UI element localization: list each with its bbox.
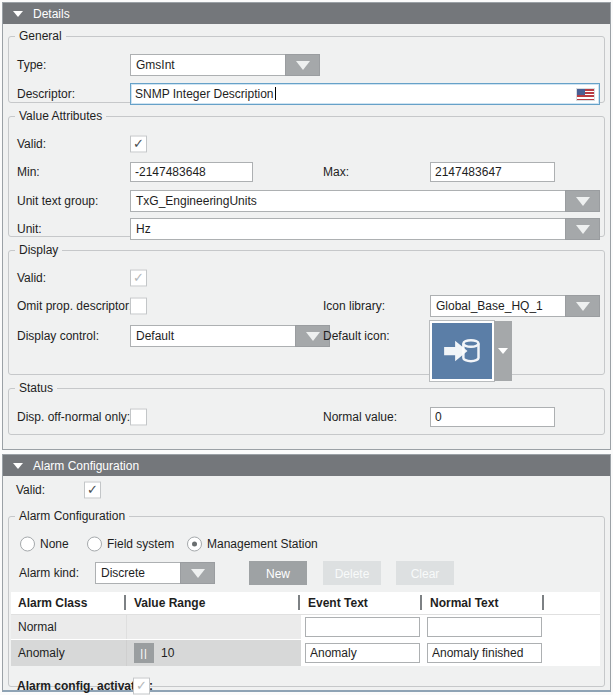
chevron-down-icon[interactable] <box>180 562 215 584</box>
alarm-config-activated-checkbox: ✓ <box>133 678 150 695</box>
display-group: Display Valid: ✓ Omit prop. descriptor: … <box>8 243 605 375</box>
alarm-valid-checkbox[interactable]: ✓ <box>84 482 101 499</box>
icon-library-dropdown[interactable]: Global_Base_HQ_1 <box>430 295 600 317</box>
default-icon-label: Default icon: <box>323 329 390 343</box>
disp-offnormal-checkbox[interactable]: ✓ <box>130 409 147 426</box>
column-header-empty <box>545 592 600 614</box>
radio-none-label: None <box>40 537 69 551</box>
radio-field-system[interactable] <box>87 537 102 552</box>
unit-dropdown[interactable]: Hz <box>130 218 600 240</box>
chevron-down-icon[interactable] <box>285 54 320 76</box>
normal-value-label: Normal value: <box>323 410 397 424</box>
descriptor-label: Descriptor: <box>17 87 75 101</box>
descriptor-value: SNMP Integer Description <box>135 87 274 101</box>
min-input[interactable] <box>130 162 253 182</box>
valid-label: Valid: <box>17 271 46 285</box>
normal-text-input[interactable] <box>427 643 542 663</box>
icon-library-label: Icon library: <box>323 299 385 313</box>
details-panel: Details General Type: GmsInt Descriptor:… <box>2 2 611 450</box>
unit-value: Hz <box>130 218 565 240</box>
normal-text-cell <box>423 615 545 639</box>
valid-checkbox[interactable]: ✓ <box>130 136 147 153</box>
event-text-cell <box>301 615 423 639</box>
normal-value-input[interactable] <box>430 407 555 427</box>
chevron-down-icon[interactable] <box>565 218 600 240</box>
display-control-dropdown[interactable]: Default <box>130 325 330 347</box>
max-label: Max: <box>323 165 349 179</box>
alarm-class-cell[interactable]: Normal <box>11 615 127 639</box>
type-label: Type: <box>17 58 46 72</box>
new-button[interactable]: New <box>249 561 307 585</box>
unit-label: Unit: <box>17 222 42 236</box>
column-header-event-text[interactable]: Event Text <box>301 592 423 614</box>
chevron-down-icon <box>498 348 508 354</box>
unit-text-group-label: Unit text group: <box>17 194 98 208</box>
alarm-configuration-header[interactable]: Alarm Configuration <box>3 455 610 476</box>
unit-text-group-dropdown[interactable]: TxG_EngineeringUnits <box>130 190 600 212</box>
max-input[interactable] <box>430 162 555 182</box>
radio-circle-icon <box>87 537 102 552</box>
value-attributes-legend: Value Attributes <box>15 109 106 123</box>
general-legend: General <box>15 29 66 43</box>
column-header-value-range[interactable]: Value Range <box>127 592 301 614</box>
general-group: General Type: GmsInt Descriptor: SNMP In… <box>8 29 605 103</box>
column-header-normal-text[interactable]: Normal Text <box>423 592 545 614</box>
event-text-input[interactable] <box>305 643 420 663</box>
min-label: Min: <box>17 165 40 179</box>
default-icon-picker[interactable] <box>430 321 512 381</box>
unit-text-group-value: TxG_EngineeringUnits <box>130 190 565 212</box>
descriptor-input[interactable]: SNMP Integer Description <box>130 83 600 105</box>
column-header-alarm-class[interactable]: Alarm Class <box>11 592 127 614</box>
value-range-cell[interactable]: || 10 <box>127 640 301 666</box>
table-row[interactable]: Anomaly || 10 <box>11 640 600 666</box>
collapse-triangle-icon <box>13 463 23 469</box>
alarm-table-header-row: Alarm Class Value Range Event Text Norma… <box>11 592 600 615</box>
event-text-cell <box>301 640 423 666</box>
radio-management-station-label: Management Station <box>207 537 318 551</box>
icon-library-value: Global_Base_HQ_1 <box>430 295 565 317</box>
alarm-class-cell[interactable]: Anomaly <box>11 640 127 666</box>
disp-offnormal-label: Disp. off-normal only: <box>17 410 130 424</box>
normal-text-cell <box>423 640 545 666</box>
chevron-down-icon[interactable] <box>565 295 600 317</box>
alarm-kind-dropdown[interactable]: Discrete <box>95 562 215 584</box>
radio-management-station[interactable] <box>187 537 202 552</box>
event-text-input[interactable] <box>305 617 420 637</box>
collapse-triangle-icon <box>13 11 23 17</box>
empty-cell <box>545 615 600 639</box>
clear-button: Clear <box>396 561 454 585</box>
radio-circle-icon <box>20 537 35 552</box>
alarm-table: Alarm Class Value Range Event Text Norma… <box>11 592 600 666</box>
delete-button: Delete <box>323 561 381 585</box>
status-legend: Status <box>15 381 57 395</box>
database-arrow-icon <box>430 321 494 381</box>
value-range-operator-button[interactable]: || <box>134 643 154 663</box>
omit-prop-descriptor-checkbox[interactable]: ✓ <box>130 298 147 315</box>
status-group: Status Disp. off-normal only: ✓ Normal v… <box>8 381 605 435</box>
empty-cell <box>545 640 600 666</box>
text-caret <box>275 87 276 100</box>
alarm-valid-label: Valid: <box>16 483 45 497</box>
alarm-configuration-group: Alarm Configuration None Field system Ma… <box>8 509 605 687</box>
valid-label: Valid: <box>17 137 46 151</box>
normal-text-input[interactable] <box>427 617 542 637</box>
details-header-label: Details <box>33 7 70 21</box>
expansion-panels: Details General Type: GmsInt Descriptor:… <box>2 2 611 692</box>
display-control-value: Default <box>130 325 295 347</box>
radio-circle-icon <box>187 537 202 552</box>
display-control-label: Display control: <box>17 329 99 343</box>
alarm-kind-label: Alarm kind: <box>19 566 79 580</box>
alarm-kind-value: Discrete <box>95 562 180 584</box>
type-dropdown[interactable]: GmsInt <box>130 54 320 76</box>
radio-none[interactable] <box>20 537 35 552</box>
value-range-cell[interactable] <box>127 615 301 639</box>
icon-dropdown-button[interactable] <box>494 321 512 381</box>
chevron-down-icon[interactable] <box>565 190 600 212</box>
alarm-configuration-panel: Alarm Configuration Valid: ✓ Alarm Confi… <box>2 454 611 692</box>
display-legend: Display <box>15 243 62 257</box>
alarm-configuration-header-label: Alarm Configuration <box>33 459 139 473</box>
table-row[interactable]: Normal <box>11 615 600 640</box>
alarm-configuration-legend: Alarm Configuration <box>15 509 129 523</box>
details-header[interactable]: Details <box>3 3 610 24</box>
display-valid-checkbox: ✓ <box>130 270 147 287</box>
